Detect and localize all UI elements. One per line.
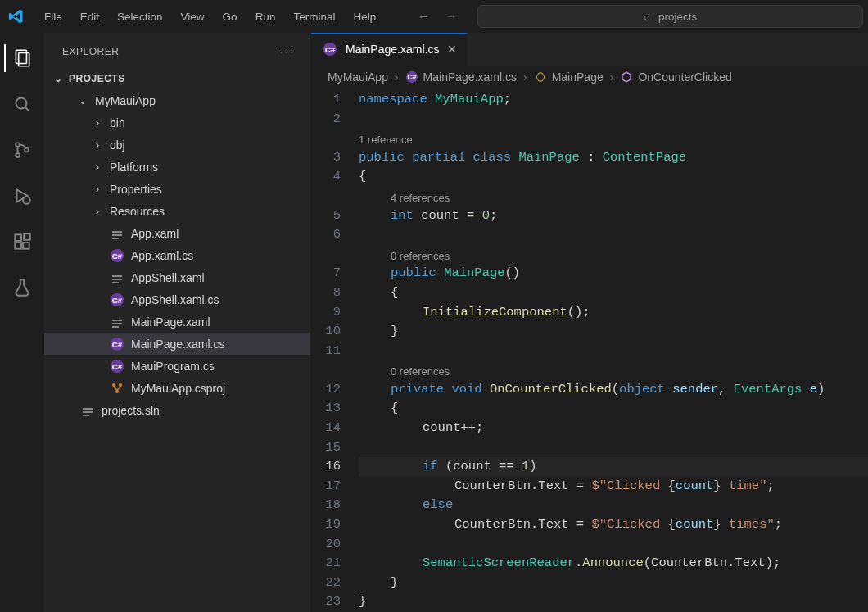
activity-debug-icon[interactable]	[5, 182, 39, 210]
method-symbol-icon	[620, 70, 633, 84]
tree-item[interactable]: ›obj	[44, 134, 310, 156]
tree-item[interactable]: MyMauiApp.csproj	[44, 377, 310, 399]
activity-testing-icon[interactable]	[5, 274, 39, 301]
menu-go[interactable]: Go	[215, 7, 246, 26]
svg-text:C#: C#	[407, 73, 416, 81]
tree-item[interactable]: App.xaml	[44, 222, 310, 244]
xaml-icon	[110, 315, 124, 329]
csharp-icon: C#	[405, 70, 418, 84]
tree-item-label: MainPage.xaml.cs	[131, 338, 224, 351]
cs-icon: C#	[110, 248, 124, 263]
tree-item-label: App.xaml	[131, 227, 179, 240]
svg-rect-19	[112, 279, 122, 280]
breadcrumb-class[interactable]: MainPage	[534, 70, 604, 84]
svg-rect-35	[83, 415, 89, 416]
nav-back-icon[interactable]: ←	[417, 9, 430, 24]
tree-item-label: MauiProgram.cs	[131, 360, 215, 373]
svg-rect-20	[112, 282, 119, 283]
explorer-more-icon[interactable]: ···	[280, 46, 296, 57]
svg-rect-33	[83, 408, 93, 410]
explorer-title: EXPLORER ···	[44, 33, 310, 70]
tree-item[interactable]: ›bin	[44, 111, 310, 134]
csharp-icon: C#	[323, 42, 337, 57]
nav-history: ← →	[417, 9, 458, 24]
tree-item[interactable]: ›Platforms	[44, 156, 310, 178]
codelens[interactable]: 0 references	[359, 360, 868, 380]
titlebar: File Edit Selection View Go Run Terminal…	[0, 0, 868, 33]
xaml-icon	[110, 226, 124, 241]
codelens[interactable]: 0 references	[359, 245, 868, 265]
tree-item[interactable]: projects.sln	[44, 399, 310, 421]
tree-item[interactable]: C#MainPage.xaml.cs	[44, 333, 310, 355]
svg-marker-7	[17, 189, 28, 202]
tree-item-label: projects.sln	[102, 404, 160, 417]
tree-item[interactable]: C#AppShell.xaml.cs	[44, 288, 310, 311]
menubar: File Edit Selection View Go Run Terminal…	[36, 7, 384, 26]
svg-point-6	[25, 148, 29, 152]
tree-item-label: MyMauiApp.csproj	[131, 382, 225, 395]
tree-item[interactable]: ›Properties	[44, 178, 310, 200]
activity-explorer-icon[interactable]	[4, 44, 38, 72]
codelens[interactable]: 4 references	[359, 187, 868, 206]
editor-tab-mainpage[interactable]: C# MainPage.xaml.cs ✕	[311, 33, 468, 66]
code-editor[interactable]: 1234567891011121314151617181920212223 na…	[311, 88, 868, 612]
close-tab-icon[interactable]: ✕	[447, 43, 457, 56]
menu-terminal[interactable]: Terminal	[285, 7, 343, 26]
tree-item-label: Resources	[110, 205, 165, 218]
file-icon	[80, 403, 95, 418]
svg-rect-13	[112, 231, 122, 233]
chevron-icon: ›	[92, 139, 103, 151]
search-icon: ⌕	[644, 11, 650, 23]
tree-item-label: AppShell.xaml	[131, 271, 205, 284]
activity-search-icon[interactable]	[5, 90, 39, 118]
chevron-icon: ›	[92, 184, 103, 195]
breadcrumb-file[interactable]: C# MainPage.xaml.cs	[405, 70, 517, 84]
codelens[interactable]: 1 reference	[359, 129, 868, 148]
tree-item-label: AppShell.xaml.cs	[131, 293, 219, 306]
menu-run[interactable]: Run	[247, 7, 284, 26]
nav-forward-icon[interactable]: →	[445, 9, 458, 24]
menu-edit[interactable]: Edit	[72, 7, 107, 26]
cs-icon: C#	[110, 359, 124, 374]
breadcrumb-method[interactable]: OnCounterClicked	[620, 70, 731, 84]
chevron-icon: ›	[92, 117, 103, 129]
svg-rect-24	[112, 323, 122, 324]
line-number-gutter: 1234567891011121314151617181920212223	[311, 88, 359, 612]
svg-rect-10	[15, 243, 21, 249]
code-area[interactable]: namespace MyMauiApp;1 referencepublic pa…	[359, 88, 868, 612]
svg-point-5	[16, 153, 20, 157]
menu-view[interactable]: View	[173, 7, 213, 26]
tree-item-label: Properties	[110, 183, 162, 196]
tree-item[interactable]: AppShell.xaml	[44, 266, 310, 288]
chevron-right-icon: ›	[522, 70, 529, 84]
tree-item-label: Platforms	[110, 161, 158, 174]
menu-file[interactable]: File	[36, 7, 70, 26]
svg-text:C#: C#	[325, 45, 336, 54]
tree-item[interactable]: ›Resources	[44, 200, 310, 222]
tree-item-label: MainPage.xaml	[131, 315, 210, 329]
svg-text:C#: C#	[112, 361, 123, 370]
svg-point-4	[16, 143, 20, 147]
xml-icon	[110, 381, 124, 396]
breadcrumb-project[interactable]: MyMauiApp	[328, 70, 388, 84]
tab-filename: MainPage.xaml.cs	[346, 43, 439, 56]
tree-item-label: bin	[110, 116, 125, 129]
tree-item[interactable]: C#MauiProgram.cs	[44, 355, 310, 377]
tree-item-label: obj	[110, 138, 125, 152]
tree-item[interactable]: ⌄MyMauiApp	[44, 89, 310, 111]
tree-item[interactable]: MainPage.xaml	[44, 311, 310, 333]
activity-scm-icon[interactable]	[5, 136, 39, 164]
cs-icon: C#	[110, 337, 124, 351]
tree-item[interactable]: C#App.xaml.cs	[44, 244, 310, 266]
svg-rect-9	[15, 234, 21, 241]
menu-selection[interactable]: Selection	[109, 7, 171, 26]
command-center-search[interactable]: ⌕ projects	[477, 5, 863, 28]
vscode-logo-icon	[5, 8, 28, 25]
activity-extensions-icon[interactable]	[5, 228, 39, 256]
chevron-icon: ⌄	[77, 95, 88, 107]
menu-help[interactable]: Help	[345, 7, 384, 26]
svg-rect-34	[83, 411, 93, 413]
explorer-section-header[interactable]: ⌄ PROJECTS	[44, 70, 310, 88]
svg-text:C#: C#	[112, 251, 123, 260]
file-tree: ⌄MyMauiApp›bin›obj›Platforms›Properties›…	[44, 88, 310, 429]
